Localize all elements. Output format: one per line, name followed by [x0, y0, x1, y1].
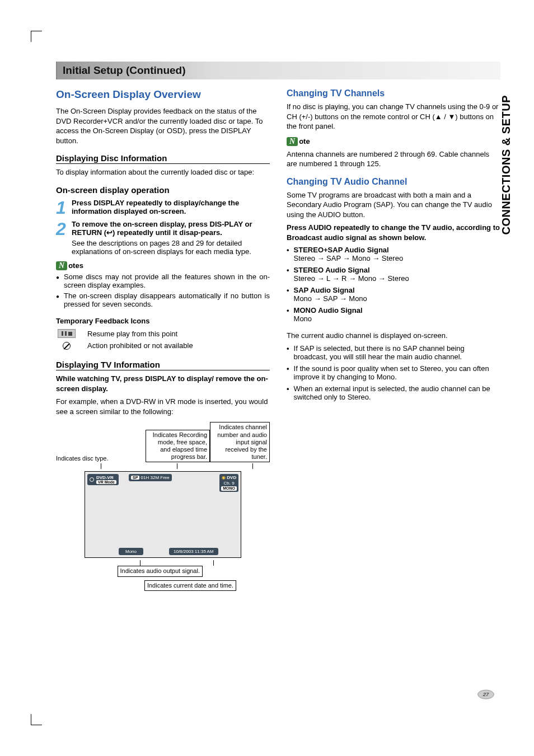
lbl-channel: Indicates channel number and audio input…: [210, 422, 270, 462]
tvinfo-bold: While watching TV, press DISPLAY to disp…: [56, 374, 270, 393]
signal-2: SAP Audio SignalMono → SAP → Mono: [287, 286, 500, 303]
note-label-right: ote: [299, 137, 310, 145]
crop-mark-bl: [31, 714, 42, 725]
notes-label: otes: [68, 261, 83, 270]
lbl-disc-type: Indicates disc type.: [56, 455, 146, 462]
page-number: 27: [477, 689, 495, 700]
signal-2-title: SAP Audio Signal: [294, 286, 355, 294]
p-current-audio: The current audio channel is displayed o…: [287, 331, 500, 341]
lbl-rec-mode: Indicates Recording mode, free space, an…: [146, 430, 210, 463]
prohibit-row: Action prohibited or not available: [56, 341, 270, 350]
p-tv-audio: Some TV programs are broadcast with both…: [287, 190, 500, 220]
bullet-1: If the sound is poor quality when set to…: [287, 364, 500, 381]
p-tv-channels: If no disc is playing, you can change TV…: [287, 102, 500, 132]
osd-dvd-vr: DVD-VR: [96, 475, 116, 480]
osd-topleft2: SP 01H 32M Free: [129, 474, 172, 481]
signal-1-title: STEREO Audio Signal: [294, 266, 370, 274]
osd-ch: Ch. 9: [221, 481, 237, 486]
osd-preview: DVD-VR VR Mode SP 01H 32M Free ◉ DVD Ch.…: [85, 471, 241, 558]
h2-tv-audio: Changing TV Audio Channel: [287, 177, 500, 187]
bullet-2: When an external input is selected, the …: [287, 384, 500, 401]
signal-2-seq: Mono → SAP → Mono: [294, 294, 367, 303]
step-2-body: To remove the on-screen display, press D…: [72, 220, 270, 256]
step-1-num: 1: [56, 199, 68, 217]
h3-tv-info: Displaying TV Information: [56, 360, 270, 370]
audio-notes-list: If SAP is selected, but there is no SAP …: [287, 344, 500, 401]
osd-sp: SP: [131, 476, 139, 480]
h1-osd-overview: On-Screen Display Overview: [56, 88, 270, 101]
osd-topright: ◉ DVD Ch. 9 MONO: [219, 474, 238, 492]
osd-intro: The On-Screen Display provides feedback …: [56, 106, 270, 145]
note-1: Some discs may not provide all the featu…: [64, 273, 270, 289]
notes-list: Some discs may not provide all the featu…: [56, 273, 270, 308]
note-header-right: Note: [287, 137, 500, 146]
step-2: 2 To remove the on-screen display, press…: [56, 220, 270, 256]
osd-free: 01H 32M Free: [141, 475, 170, 480]
step-2-num: 2: [56, 220, 68, 238]
right-column: Changing TV Channels If no disc is playi…: [287, 88, 500, 591]
osd-mono: Mono: [119, 548, 143, 555]
bullet-0: If SAP is selected, but there is no SAP …: [287, 344, 500, 361]
signals-list: STEREO+SAP Audio SignalStereo → SAP → Mo…: [287, 246, 500, 323]
osd-datetime: 10/8/2003 11:35 AM: [169, 548, 218, 555]
signal-1: STEREO Audio SignalStereo → L → R → Mono…: [287, 266, 500, 283]
osd-mono-top: MONO: [221, 486, 237, 491]
signal-3-title: MONO Audio Signal: [294, 306, 363, 314]
signal-0-seq: Stereo → SAP → Mono → Stereo: [294, 254, 404, 262]
step-2-bold: To remove the on-screen display, press D…: [72, 220, 252, 237]
h2-tv-channels: Changing TV Channels: [287, 88, 500, 98]
note-2: The on-screen display disappears automat…: [64, 292, 270, 308]
left-column: On-Screen Display Overview The On-Screen…: [56, 88, 270, 591]
tfi-header: Temporary Feedback Icons: [56, 316, 270, 326]
step-1-text: Press DISPLAY repeatedly to display/chan…: [72, 199, 270, 215]
note-icon: N: [56, 261, 67, 270]
tvinfo-example: For example, when a DVD-RW in VR mode is…: [56, 397, 270, 416]
h3-osd-op: On-screen display operation: [56, 185, 270, 195]
p-press-audio: Press AUDIO repeatedly to change the TV …: [287, 223, 500, 242]
h3-disc-info: Displaying Disc Information: [56, 153, 270, 164]
signal-1-seq: Stereo → L → R → Mono → Stereo: [294, 274, 409, 283]
note-right: Antenna channels are numbered 2 through …: [287, 149, 500, 169]
signal-0-title: STEREO+SAP Audio Signal: [294, 246, 389, 254]
osd-topleft: DVD-VR VR Mode: [87, 474, 119, 485]
step-1: 1 Press DISPLAY repeatedly to display/ch…: [56, 199, 270, 217]
lbl-audio-out: Indicates audio output signal.: [118, 566, 203, 576]
p-disc-info: To display information about the current…: [56, 167, 270, 177]
notes-header: Notes: [56, 261, 270, 270]
resume-row: Resume play from this point: [56, 329, 270, 338]
svg-text:27: 27: [483, 691, 489, 697]
signal-0: STEREO+SAP Audio SignalStereo → SAP → Mo…: [287, 246, 500, 262]
screen-diagram: Indicates disc type. Indicates Recording…: [56, 422, 270, 590]
prohibit-text: Action prohibited or not available: [87, 341, 193, 350]
step-2-desc: See the descriptions on pages 28 and 29 …: [72, 239, 270, 256]
osd-dvd: DVD: [227, 475, 236, 480]
note-icon-right: N: [287, 137, 298, 146]
resume-icon: [58, 329, 76, 338]
lbl-datetime: Indicates current date and time.: [144, 580, 236, 591]
osd-vrmode: VR Mode: [96, 480, 116, 484]
resume-text: Resume play from this point: [87, 330, 177, 338]
section-banner: Initial Setup (Continued): [56, 62, 500, 79]
signal-3: MONO Audio SignalMono: [287, 306, 500, 323]
signal-3-seq: Mono: [294, 314, 312, 323]
prohibit-icon: [63, 342, 71, 350]
